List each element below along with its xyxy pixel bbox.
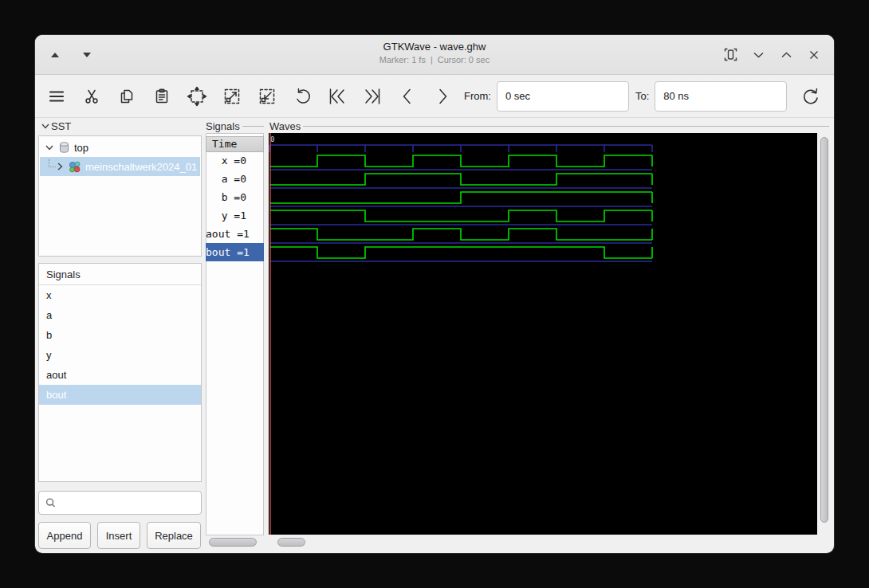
waves-frame-label: Waves xyxy=(269,120,829,132)
marker-status: Marker: 1 fs xyxy=(379,55,426,65)
shade-down-button[interactable] xyxy=(80,48,94,62)
status-line: Marker: 1 fs|Cursor: 0 sec xyxy=(35,55,834,65)
list-item[interactable]: a xyxy=(39,305,201,325)
frame-line xyxy=(242,126,264,127)
append-button[interactable]: Append xyxy=(38,522,91,549)
unshade-button[interactable] xyxy=(751,48,765,62)
expander-chevron-icon xyxy=(41,123,49,129)
fullscreen-icon xyxy=(724,48,737,61)
cylinder-icon xyxy=(58,141,70,154)
undo-button[interactable] xyxy=(289,83,316,110)
list-item[interactable]: y xyxy=(39,345,201,365)
fullscreen-button[interactable] xyxy=(723,48,737,62)
waves-label-text: Waves xyxy=(269,120,301,132)
reload-icon xyxy=(799,85,821,108)
step-right-button[interactable] xyxy=(429,83,456,110)
sst-tree: top meinschaltwerk2024_01 xyxy=(38,135,202,257)
signal-value-row[interactable]: a =0 xyxy=(206,170,264,188)
cursor-status: Cursor: 0 sec xyxy=(438,55,490,65)
chevron-down-icon xyxy=(753,52,764,58)
step-left-button[interactable] xyxy=(394,83,421,110)
time-header[interactable]: Time xyxy=(206,136,264,152)
arrow-down-icon xyxy=(83,53,91,57)
list-item[interactable]: bout xyxy=(39,385,201,405)
zoom-in-button[interactable] xyxy=(218,83,246,110)
values-hscrollbar-thumb[interactable] xyxy=(209,538,257,547)
gtkwave-window: GTKWave - wave.ghw Marker: 1 fs|Cursor: … xyxy=(35,35,834,553)
chevron-down-icon[interactable] xyxy=(45,145,53,151)
jump-to-end-icon xyxy=(361,85,383,108)
signal-browser: Signals xabyaoutbout xyxy=(38,263,202,482)
menu-icon xyxy=(47,87,66,106)
svg-text:0: 0 xyxy=(270,135,274,143)
list-item[interactable]: x xyxy=(39,285,201,305)
from-input[interactable] xyxy=(497,81,629,112)
close-button[interactable] xyxy=(807,48,821,62)
sst-label-text: SST xyxy=(51,120,71,132)
shade-button[interactable] xyxy=(779,48,793,62)
to-label: To: xyxy=(635,90,649,102)
signals-label-text: Signals xyxy=(206,120,240,132)
arrow-up-icon xyxy=(51,53,59,57)
wave-canvas[interactable]: 0 xyxy=(269,133,817,535)
signal-search[interactable] xyxy=(38,491,202,515)
signal-value-row[interactable]: aout =1 xyxy=(206,225,264,243)
tree-row-top[interactable]: top xyxy=(40,138,200,157)
replace-button[interactable]: Replace xyxy=(147,522,201,549)
tree-connector xyxy=(49,159,56,167)
reload-button[interactable] xyxy=(797,84,823,109)
window-title: GTKWave - wave.ghw xyxy=(35,41,834,53)
chevron-up-icon xyxy=(781,52,792,58)
chevron-left-icon xyxy=(396,85,419,108)
toolbar: From: To: xyxy=(35,75,834,118)
tree-node-label: meinschaltwerk2024_01 xyxy=(85,161,197,173)
signal-list: xabyaoutbout xyxy=(39,285,201,405)
paste-icon xyxy=(152,87,171,106)
zoom-out-button[interactable] xyxy=(254,83,281,110)
cut-icon xyxy=(82,87,101,106)
jump-to-start-button[interactable] xyxy=(324,83,351,110)
list-item[interactable]: aout xyxy=(39,365,201,385)
undo-icon xyxy=(292,86,313,107)
search-icon xyxy=(45,497,56,508)
zoom-out-icon xyxy=(257,86,277,107)
waves-vscrollbar-thumb[interactable] xyxy=(820,137,828,523)
zoom-fit-button[interactable] xyxy=(183,83,210,110)
menu-button[interactable] xyxy=(43,83,70,110)
insert-button[interactable]: Insert xyxy=(97,522,140,549)
titlebar[interactable]: GTKWave - wave.ghw Marker: 1 fs|Cursor: … xyxy=(35,35,834,75)
from-label: From: xyxy=(464,90,491,102)
tree-row-module[interactable]: meinschaltwerk2024_01 xyxy=(40,157,200,176)
copy-button[interactable] xyxy=(113,83,140,110)
copy-icon xyxy=(117,87,136,106)
signal-browser-header: Signals xyxy=(39,264,201,285)
zoom-fit-icon xyxy=(187,86,207,107)
tree-node-label: top xyxy=(74,142,88,154)
waves-hscrollbar-thumb[interactable] xyxy=(277,538,305,547)
shade-up-button[interactable] xyxy=(48,48,62,62)
wave-area[interactable]: 0 xyxy=(269,133,817,535)
signal-value-row[interactable]: b =0 xyxy=(206,188,264,206)
paste-button[interactable] xyxy=(148,83,175,110)
sst-frame-label[interactable]: SST xyxy=(41,120,89,132)
signal-value-row[interactable]: x =0 xyxy=(206,151,264,170)
status-separator: | xyxy=(431,55,433,65)
signals-frame-label: Signals xyxy=(206,120,264,132)
jump-to-end-button[interactable] xyxy=(359,83,386,110)
chevron-right-icon xyxy=(431,85,454,108)
frame-line xyxy=(303,126,829,127)
cut-button[interactable] xyxy=(78,83,105,110)
search-input[interactable] xyxy=(61,492,201,514)
signal-value-row[interactable]: bout =1 xyxy=(206,243,264,261)
close-icon xyxy=(809,50,819,60)
to-input[interactable] xyxy=(655,81,787,112)
zoom-in-icon xyxy=(222,86,242,107)
jump-to-start-icon xyxy=(326,85,348,108)
signal-value-row[interactable]: y =1 xyxy=(206,206,264,225)
list-item[interactable]: b xyxy=(39,325,201,345)
value-rows: x =0a =0b =0y =1aout =1bout =1 xyxy=(206,151,264,261)
chevron-right-icon[interactable] xyxy=(57,163,63,171)
module-icon xyxy=(68,160,81,174)
